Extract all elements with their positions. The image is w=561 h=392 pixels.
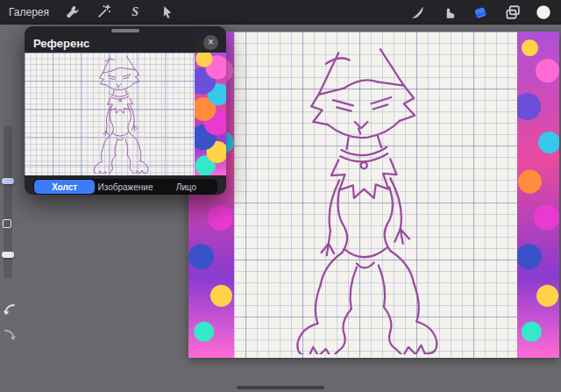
magic-wand-icon[interactable]	[95, 4, 112, 21]
tab-face[interactable]: Лицо	[156, 180, 217, 194]
top-toolbar: Галерея S	[0, 0, 561, 25]
reference-artwork-strip	[195, 53, 226, 175]
color-swatch[interactable]	[535, 4, 552, 21]
reference-panel: Референс × Холст Изображение Лицо	[25, 26, 226, 195]
wrench-icon[interactable]	[63, 4, 81, 21]
eraser-icon[interactable]	[472, 4, 489, 21]
brush-icon[interactable]	[408, 4, 426, 21]
transform-arrow-icon[interactable]	[158, 4, 175, 21]
gallery-button[interactable]: Галерея	[9, 6, 49, 18]
smudge-finger-icon[interactable]	[440, 4, 458, 21]
character-sketch	[262, 46, 480, 354]
opacity-slider[interactable]	[2, 252, 14, 258]
tab-image[interactable]: Изображение	[95, 180, 155, 194]
reference-character-sketch	[81, 54, 165, 174]
reference-panel-title: Референс	[33, 37, 89, 50]
home-indicator	[237, 386, 324, 389]
selection-s-icon[interactable]: S	[126, 4, 144, 21]
undo-button[interactable]	[3, 303, 17, 317]
layers-icon[interactable]	[503, 4, 521, 21]
reference-preview[interactable]	[25, 53, 226, 175]
drawing-canvas[interactable]	[188, 32, 559, 358]
reference-panel-header: Референс ×	[25, 32, 226, 53]
redo-button[interactable]	[3, 328, 17, 342]
brush-size-slider[interactable]	[2, 178, 14, 184]
modify-button[interactable]	[3, 219, 11, 228]
tab-canvas[interactable]: Холст	[34, 180, 95, 194]
reference-tab-bar: Холст Изображение Лицо	[33, 179, 217, 195]
brush-sidebar[interactable]	[4, 125, 12, 279]
close-icon[interactable]: ×	[203, 35, 218, 50]
canvas-artwork-strip-right	[517, 32, 559, 358]
